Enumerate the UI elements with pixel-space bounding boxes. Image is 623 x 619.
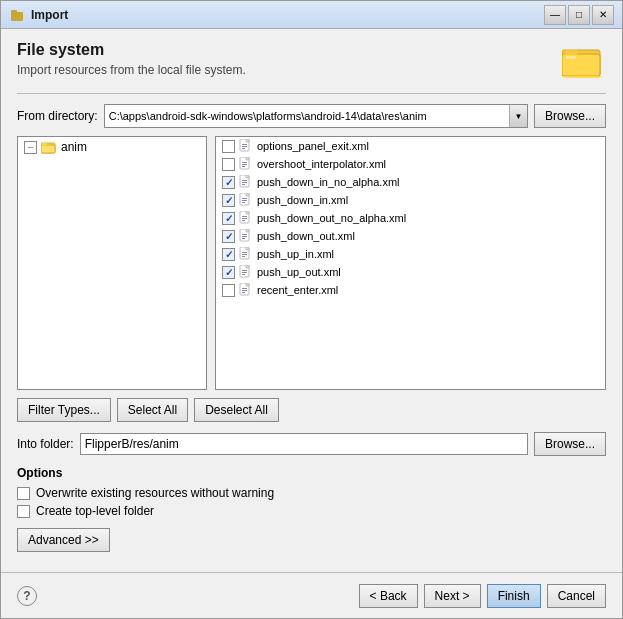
- from-directory-value: C:\apps\android-sdk-windows\platforms\an…: [105, 105, 509, 127]
- tree-root-item[interactable]: – anim: [18, 137, 206, 157]
- navigation-buttons: < Back Next > Finish Cancel: [359, 584, 606, 608]
- file-icon: [239, 247, 253, 261]
- options-title: Options: [17, 466, 606, 480]
- help-button[interactable]: ?: [17, 586, 37, 606]
- file-name: recent_enter.xml: [257, 284, 338, 296]
- panels-row: – anim options_panel_exit.xmlovershoot_i…: [17, 136, 606, 390]
- svg-rect-22: [242, 184, 245, 185]
- page-subtitle: Import resources from the local file sys…: [17, 63, 558, 77]
- file-icon: [239, 193, 253, 207]
- svg-rect-28: [242, 216, 247, 217]
- finish-button[interactable]: Finish: [487, 584, 541, 608]
- svg-rect-20: [242, 180, 247, 181]
- svg-rect-29: [242, 218, 247, 219]
- svg-rect-26: [242, 202, 245, 203]
- tree-root-checkbox[interactable]: –: [24, 141, 37, 154]
- svg-rect-41: [242, 272, 247, 273]
- top-level-checkbox[interactable]: [17, 505, 30, 518]
- svg-rect-25: [242, 200, 247, 201]
- svg-rect-16: [242, 162, 247, 163]
- into-folder-browse-button[interactable]: Browse...: [534, 432, 606, 456]
- overwrite-checkbox[interactable]: [17, 487, 30, 500]
- filter-types-button[interactable]: Filter Types...: [17, 398, 111, 422]
- files-list[interactable]: options_panel_exit.xmlovershoot_interpol…: [216, 137, 605, 389]
- combo-dropdown-arrow[interactable]: ▼: [509, 105, 527, 127]
- overwrite-option-row: Overwrite existing resources without war…: [17, 486, 606, 500]
- file-checkbox[interactable]: ✓: [222, 230, 235, 243]
- tree-panel[interactable]: – anim: [17, 136, 207, 390]
- list-item[interactable]: ✓push_down_out.xml: [216, 227, 605, 245]
- file-checkbox[interactable]: ✓: [222, 194, 235, 207]
- next-button[interactable]: Next >: [424, 584, 481, 608]
- svg-rect-18: [242, 166, 245, 167]
- from-directory-browse-button[interactable]: Browse...: [534, 104, 606, 128]
- svg-rect-36: [242, 252, 247, 253]
- file-checkbox[interactable]: [222, 158, 235, 171]
- minimize-button[interactable]: —: [544, 5, 566, 25]
- into-folder-input[interactable]: [80, 433, 528, 455]
- svg-rect-32: [242, 234, 247, 235]
- window-controls: — □ ✕: [544, 5, 614, 25]
- maximize-button[interactable]: □: [568, 5, 590, 25]
- header-section: File system Import resources from the lo…: [17, 41, 606, 81]
- dialog-content: File system Import resources from the lo…: [1, 29, 622, 572]
- from-directory-row: From directory: C:\apps\android-sdk-wind…: [17, 104, 606, 128]
- file-name: push_down_in_no_alpha.xml: [257, 176, 400, 188]
- svg-rect-30: [242, 220, 245, 221]
- list-item[interactable]: options_panel_exit.xml: [216, 137, 605, 155]
- svg-rect-13: [242, 146, 247, 147]
- file-name: push_up_in.xml: [257, 248, 334, 260]
- svg-rect-14: [242, 148, 245, 149]
- options-section: Options Overwrite existing resources wit…: [17, 466, 606, 552]
- file-name: options_panel_exit.xml: [257, 140, 369, 152]
- svg-rect-17: [242, 164, 247, 165]
- file-checkbox[interactable]: [222, 284, 235, 297]
- list-item[interactable]: ✓push_down_in.xml: [216, 191, 605, 209]
- svg-rect-24: [242, 198, 247, 199]
- file-checkbox[interactable]: ✓: [222, 248, 235, 261]
- svg-rect-42: [242, 274, 245, 275]
- top-level-label: Create top-level folder: [36, 504, 154, 518]
- svg-rect-45: [242, 290, 247, 291]
- tree-folder-label: anim: [61, 140, 87, 154]
- file-icon: [239, 283, 253, 297]
- from-directory-combo[interactable]: C:\apps\android-sdk-windows\platforms\an…: [104, 104, 528, 128]
- list-item[interactable]: ✓push_down_in_no_alpha.xml: [216, 173, 605, 191]
- into-folder-label: Into folder:: [17, 437, 74, 451]
- svg-rect-1: [11, 10, 17, 14]
- file-icon: [239, 229, 253, 243]
- file-name: push_up_out.xml: [257, 266, 341, 278]
- file-icon: [239, 211, 253, 225]
- svg-rect-33: [242, 236, 247, 237]
- svg-rect-7: [566, 56, 576, 59]
- deselect-all-button[interactable]: Deselect All: [194, 398, 279, 422]
- file-checkbox[interactable]: [222, 140, 235, 153]
- close-button[interactable]: ✕: [592, 5, 614, 25]
- file-name: push_down_in.xml: [257, 194, 348, 206]
- back-button[interactable]: < Back: [359, 584, 418, 608]
- file-checkbox[interactable]: ✓: [222, 176, 235, 189]
- list-item[interactable]: ✓push_up_in.xml: [216, 245, 605, 263]
- list-item[interactable]: overshoot_interpolator.xml: [216, 155, 605, 173]
- svg-rect-12: [242, 144, 247, 145]
- cancel-button[interactable]: Cancel: [547, 584, 606, 608]
- svg-rect-6: [564, 50, 578, 55]
- from-directory-label: From directory:: [17, 109, 98, 123]
- advanced-button[interactable]: Advanced >>: [17, 528, 110, 552]
- window-icon: [9, 7, 25, 23]
- select-all-button[interactable]: Select All: [117, 398, 188, 422]
- list-item[interactable]: recent_enter.xml: [216, 281, 605, 299]
- file-icon: [239, 175, 253, 189]
- list-item[interactable]: ✓push_up_out.xml: [216, 263, 605, 281]
- svg-rect-46: [242, 292, 245, 293]
- header-text: File system Import resources from the lo…: [17, 41, 558, 77]
- list-item[interactable]: ✓push_down_out_no_alpha.xml: [216, 209, 605, 227]
- file-checkbox[interactable]: ✓: [222, 212, 235, 225]
- file-icon: [239, 139, 253, 153]
- svg-rect-21: [242, 182, 247, 183]
- file-checkbox[interactable]: ✓: [222, 266, 235, 279]
- page-title: File system: [17, 41, 558, 59]
- overwrite-label: Overwrite existing resources without war…: [36, 486, 274, 500]
- actions-row: Filter Types... Select All Deselect All: [17, 398, 606, 422]
- header-separator: [17, 93, 606, 94]
